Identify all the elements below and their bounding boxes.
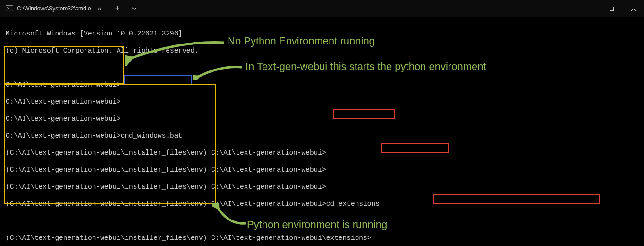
maximize-button[interactable] (601, 0, 622, 17)
prompt-line: (C:\AI\text-generation-webui\installer_f… (6, 166, 644, 174)
tab-title: C:\Windows\System32\cmd.e (17, 5, 91, 12)
tab-dropdown-button[interactable] (126, 0, 143, 17)
annotation-no-env: No Python Environment running (228, 35, 375, 47)
prompt-line: C:\AI\text-generation-webui> (6, 80, 644, 89)
prompt-line: (C:\AI\text-generation-webui\installer_f… (6, 183, 644, 191)
terminal-icon: >_ (6, 5, 13, 12)
window-titlebar: >_ C:\Windows\System32\cmd.e × + (0, 0, 644, 17)
svg-rect-3 (610, 7, 613, 10)
close-button[interactable] (622, 0, 644, 17)
prompt-line: (C:\AI\text-generation-webui\installer_f… (6, 234, 644, 242)
new-tab-button[interactable]: + (109, 0, 126, 17)
prompt-line: C:\AI\text-generation-webui>cmd_windows.… (6, 132, 644, 140)
terminal-output[interactable]: Microsoft Windows [Version 10.0.22621.32… (0, 17, 644, 246)
prompt-line: C:\AI\text-generation-webui> (6, 97, 644, 106)
window-controls (579, 0, 644, 17)
prompt-line: (C:\AI\text-generation-webui\installer_f… (6, 149, 644, 157)
prompt-line: (C:\AI\text-generation-webui\installer_f… (6, 200, 644, 208)
svg-text:>_: >_ (7, 6, 12, 10)
banner-line: (c) Microsoft Corporation. All rights re… (6, 46, 644, 55)
annotation-env-running: Python environment is running (247, 219, 387, 231)
tab-cmd[interactable]: >_ C:\Windows\System32\cmd.e × (0, 0, 109, 17)
minimize-button[interactable] (579, 0, 601, 17)
prompt-line: C:\AI\text-generation-webui> (6, 114, 644, 123)
annotation-starts-env: In Text-gen-webui this starts the python… (246, 61, 486, 73)
tab-close-button[interactable]: × (95, 4, 104, 13)
